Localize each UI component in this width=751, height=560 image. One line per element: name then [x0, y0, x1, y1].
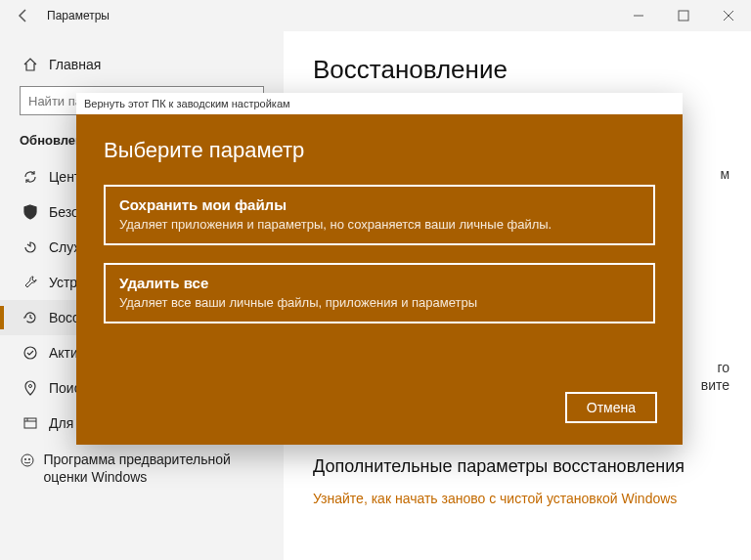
- svg-point-7: [22, 454, 33, 466]
- check-icon: [20, 345, 41, 361]
- code-icon: [20, 415, 41, 431]
- svg-point-2: [24, 347, 36, 359]
- option-desc: Удаляет приложения и параметры, но сохра…: [119, 217, 640, 232]
- sidebar-item-label: Программа предварительной оценки Windows: [43, 451, 264, 486]
- svg-point-8: [24, 458, 26, 460]
- advanced-link[interactable]: Узнайте, как начать заново с чистой уста…: [313, 491, 722, 506]
- page-heading: Восстановление: [313, 55, 722, 85]
- backup-icon: [20, 239, 41, 255]
- window-titlebar: Параметры: [0, 0, 751, 31]
- back-button[interactable]: [8, 8, 39, 23]
- window-title: Параметры: [47, 9, 110, 22]
- svg-point-3: [29, 385, 32, 388]
- cancel-button[interactable]: Отмена: [565, 392, 657, 423]
- option-keep-files[interactable]: Сохранить мои файлы Удаляет приложения и…: [104, 185, 655, 245]
- reset-pc-dialog: Вернуть этот ПК к заводским настройкам В…: [76, 93, 683, 445]
- svg-point-9: [28, 458, 30, 460]
- maximize-button[interactable]: [661, 0, 706, 31]
- sidebar-home[interactable]: Главная: [0, 51, 284, 86]
- sidebar-home-label: Главная: [49, 57, 101, 72]
- option-desc: Удаляет все ваши личные файлы, приложени…: [119, 295, 640, 310]
- option-remove-all[interactable]: Удалить все Удаляет все ваши личные файл…: [104, 263, 655, 323]
- sidebar-item-insider[interactable]: Программа предварительной оценки Windows: [0, 441, 284, 495]
- option-title: Сохранить мои файлы: [119, 196, 640, 213]
- dialog-heading: Выберите параметр: [104, 138, 655, 163]
- option-title: Удалить все: [119, 275, 640, 291]
- dialog-titlebar: Вернуть этот ПК к заводским настройкам: [76, 93, 683, 114]
- insider-icon: [20, 452, 35, 468]
- minimize-button[interactable]: [616, 0, 661, 31]
- svg-rect-1: [679, 11, 688, 21]
- bg-text-fragment: го: [717, 360, 729, 375]
- back-arrow-icon: [16, 8, 31, 23]
- advanced-heading: Дополнительные параметры восстановления: [313, 456, 722, 477]
- home-icon: [20, 57, 41, 72]
- close-button[interactable]: [706, 0, 751, 31]
- svg-rect-4: [24, 418, 36, 428]
- shield-icon: [20, 204, 41, 220]
- history-icon: [20, 310, 41, 325]
- bg-text-fragment: м: [720, 166, 729, 182]
- bg-text-fragment: вите: [701, 377, 729, 393]
- wrench-icon: [20, 275, 41, 290]
- sync-icon: [20, 169, 41, 185]
- location-icon: [20, 380, 41, 396]
